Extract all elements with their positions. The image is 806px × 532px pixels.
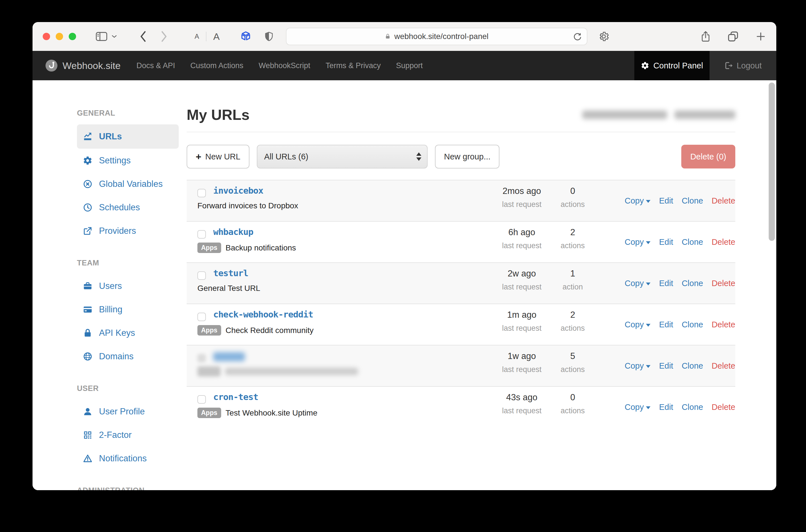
row-checkbox[interactable] xyxy=(198,312,206,321)
page-title: My URLs xyxy=(187,106,249,123)
sidebar-item-2-factor[interactable]: 2-Factor xyxy=(77,423,179,446)
nav-logout[interactable]: Logout xyxy=(710,51,776,80)
delete-link[interactable]: Delete xyxy=(712,196,735,206)
settings-extension-icon[interactable] xyxy=(598,31,610,42)
delete-selected-button[interactable]: Delete (0) xyxy=(681,145,735,169)
url-name-link[interactable]: check-webhook-reddit xyxy=(213,309,313,319)
sidebar-item-label: Global Variables xyxy=(99,179,163,189)
redacted-account-email xyxy=(675,111,735,119)
nav-link-webhookscript[interactable]: WebhookScript xyxy=(259,61,311,70)
edit-link[interactable]: Edit xyxy=(659,320,673,329)
sidebar-item-global-variables[interactable]: Global Variables xyxy=(77,172,179,196)
url-name-link[interactable]: whbackup xyxy=(213,227,253,237)
address-bar[interactable]: webhook.site/control-panel xyxy=(286,28,587,45)
urls-table: invoiceboxForward invoices to Dropbox2mo… xyxy=(187,180,735,428)
actions-count-cell: 0actions xyxy=(551,186,594,209)
sidebar-item-billing[interactable]: Billing xyxy=(77,298,179,321)
last-request-value: 1w ago xyxy=(492,351,551,361)
zoom-window-button[interactable] xyxy=(69,33,76,40)
clone-link[interactable]: Clone xyxy=(681,320,703,329)
edit-link[interactable]: Edit xyxy=(659,196,673,206)
url-description-line: AppsCheck Reddit community xyxy=(198,325,314,336)
sidebar-toggle-icon[interactable] xyxy=(96,32,107,41)
close-window-button[interactable] xyxy=(43,33,50,40)
sidebar-item-user-profile[interactable]: User Profile xyxy=(77,400,179,423)
edit-link[interactable]: Edit xyxy=(659,279,673,288)
caret-down-icon xyxy=(646,200,651,203)
nav-control-panel[interactable]: Control Panel xyxy=(634,51,710,80)
edit-link[interactable]: Edit xyxy=(659,361,673,370)
minimize-window-button[interactable] xyxy=(56,33,63,40)
sidebar-item-notifications[interactable]: Notifications xyxy=(77,446,179,470)
sidebar-item-settings[interactable]: Settings xyxy=(77,149,179,172)
new-group-button[interactable]: New group... xyxy=(435,145,500,169)
sidebar-item-api-keys[interactable]: API Keys xyxy=(77,321,179,345)
copy-link[interactable]: Copy xyxy=(625,320,651,329)
increase-text-size-button[interactable]: A xyxy=(213,31,220,42)
shield-privacy-icon[interactable] xyxy=(264,30,274,43)
warning-icon xyxy=(82,454,93,463)
delete-link[interactable]: Delete xyxy=(712,238,735,247)
redacted-account-name xyxy=(582,111,667,119)
logout-icon xyxy=(724,61,733,70)
nav-link-custom-actions[interactable]: Custom Actions xyxy=(190,61,244,70)
copy-link[interactable]: Copy xyxy=(625,238,651,247)
scrollbar-thumb[interactable] xyxy=(769,82,775,241)
new-tab-icon[interactable] xyxy=(755,31,766,42)
url-name-link[interactable]: cron-test xyxy=(213,392,258,402)
row-checkbox[interactable] xyxy=(198,230,206,239)
share-icon[interactable] xyxy=(700,30,711,43)
main-panel: My URLs + New URL All URLs (6) xyxy=(187,80,735,428)
nav-link-docs-api[interactable]: Docs & API xyxy=(136,61,175,70)
delete-link[interactable]: Delete xyxy=(712,279,735,288)
sidebar-item-schedules[interactable]: Schedules xyxy=(77,196,179,219)
copy-link[interactable]: Copy xyxy=(625,196,651,206)
url-filter-select[interactable]: All URLs (6) xyxy=(257,145,428,169)
url-name-link[interactable]: testurl xyxy=(213,268,248,278)
copy-link[interactable]: Copy xyxy=(625,361,651,370)
edit-link[interactable]: Edit xyxy=(659,238,673,247)
clone-link[interactable]: Clone xyxy=(681,279,703,288)
title-divider xyxy=(187,132,735,132)
actions-count-cell: 5actions xyxy=(551,351,594,374)
url-name-link[interactable]: invoicebox xyxy=(213,186,263,196)
sidebar-item-urls[interactable]: URLs xyxy=(77,125,179,149)
url-description-line: AppsTest Webhook.site Uptime xyxy=(198,407,317,418)
sidebar-item-label: API Keys xyxy=(99,328,135,338)
back-button[interactable] xyxy=(139,31,147,42)
url-description-line: General Test URL xyxy=(198,284,260,293)
decrease-text-size-button[interactable]: A xyxy=(194,33,199,40)
sidebar-item-providers[interactable]: Providers xyxy=(77,219,179,243)
clone-link[interactable]: Clone xyxy=(681,238,703,247)
last-request-cell: 6h agolast request xyxy=(492,227,551,250)
last-request-label: last request xyxy=(492,242,551,250)
sidebar-item-label: URLs xyxy=(99,131,122,141)
page-content: GENERALURLsSettingsGlobal VariablesSched… xyxy=(33,80,776,490)
redacted-url-name[interactable] xyxy=(213,352,245,361)
delete-link[interactable]: Delete xyxy=(712,361,735,370)
actions-count-label: actions xyxy=(551,324,594,333)
webhook-extension-icon[interactable] xyxy=(240,30,252,43)
new-url-button[interactable]: + New URL xyxy=(187,145,249,169)
brand[interactable]: Webhook.site xyxy=(33,59,120,72)
clone-link[interactable]: Clone xyxy=(681,402,703,412)
tab-overview-icon[interactable] xyxy=(727,31,739,42)
sidebar-item-domains[interactable]: Domains xyxy=(77,345,179,368)
delete-link[interactable]: Delete xyxy=(712,320,735,329)
forward-button[interactable] xyxy=(160,31,168,42)
sidebar-item-users[interactable]: Users xyxy=(77,274,179,298)
edit-link[interactable]: Edit xyxy=(659,402,673,412)
delete-link[interactable]: Delete xyxy=(712,402,735,412)
nav-link-support[interactable]: Support xyxy=(396,61,423,70)
clone-link[interactable]: Clone xyxy=(681,361,703,370)
row-checkbox[interactable] xyxy=(198,189,206,197)
globe-icon xyxy=(82,352,93,361)
row-checkbox[interactable] xyxy=(198,395,206,404)
copy-link[interactable]: Copy xyxy=(625,279,651,288)
row-checkbox[interactable] xyxy=(198,271,206,280)
clone-link[interactable]: Clone xyxy=(681,196,703,206)
chevron-down-icon[interactable] xyxy=(112,35,117,38)
nav-link-terms-privacy[interactable]: Terms & Privacy xyxy=(325,61,381,70)
copy-link[interactable]: Copy xyxy=(625,402,651,412)
reload-icon[interactable] xyxy=(573,32,582,43)
